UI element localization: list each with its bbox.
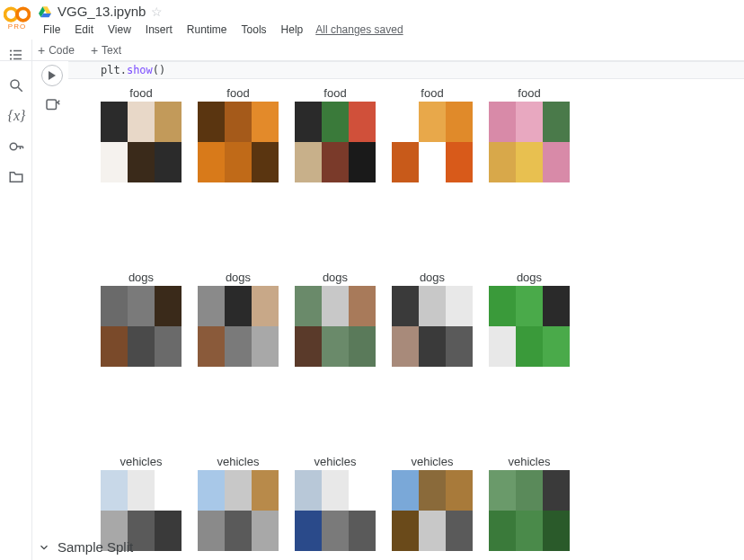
output-image-item: dogs bbox=[295, 271, 376, 367]
svg-point-1 bbox=[17, 8, 30, 21]
svg-rect-31 bbox=[295, 102, 322, 142]
svg-rect-63 bbox=[349, 286, 376, 326]
svg-rect-32 bbox=[322, 102, 349, 142]
menu-help[interactable]: Help bbox=[276, 22, 309, 38]
run-cell-button[interactable] bbox=[41, 65, 63, 86]
svg-rect-102 bbox=[446, 511, 473, 551]
svg-rect-87 bbox=[252, 470, 279, 511]
output-row: foodfoodfoodfoodfood bbox=[101, 86, 744, 182]
svg-rect-70 bbox=[392, 326, 419, 367]
output-image-item: food bbox=[198, 86, 279, 182]
variables-icon[interactable]: {x} bbox=[8, 108, 24, 124]
svg-rect-36 bbox=[349, 142, 376, 182]
output-row: dogsdogsdogsdogsdogs bbox=[101, 271, 744, 367]
svg-rect-72 bbox=[446, 326, 473, 367]
svg-rect-8 bbox=[13, 54, 22, 56]
image-thumbnail bbox=[489, 470, 570, 551]
svg-rect-85 bbox=[198, 470, 225, 511]
star-icon[interactable]: ☆ bbox=[151, 4, 163, 19]
svg-rect-6 bbox=[13, 50, 22, 52]
add-code-label: Code bbox=[49, 44, 75, 57]
svg-rect-105 bbox=[543, 470, 570, 511]
svg-rect-40 bbox=[392, 142, 419, 182]
notebook-title[interactable]: VGG_13.ipynb bbox=[58, 4, 146, 19]
image-thumbnail bbox=[489, 286, 570, 367]
svg-rect-75 bbox=[543, 286, 570, 326]
code-cell[interactable]: plt.show() bbox=[68, 61, 744, 79]
colab-logo[interactable]: PRO bbox=[0, 1, 36, 31]
menu-view[interactable]: View bbox=[102, 22, 137, 38]
svg-point-11 bbox=[11, 80, 19, 88]
svg-marker-17 bbox=[49, 71, 56, 80]
svg-rect-73 bbox=[489, 286, 516, 326]
image-caption: food bbox=[323, 86, 346, 100]
add-code-button[interactable]: + Code bbox=[34, 41, 78, 59]
svg-rect-69 bbox=[446, 286, 473, 326]
image-thumbnail bbox=[198, 470, 279, 551]
output-image-item: food bbox=[392, 86, 473, 182]
svg-rect-101 bbox=[419, 511, 446, 551]
svg-rect-106 bbox=[489, 511, 516, 551]
plus-icon: + bbox=[38, 43, 45, 58]
svg-point-5 bbox=[9, 49, 11, 51]
output-image-item: vehicles bbox=[489, 455, 570, 551]
svg-rect-45 bbox=[543, 102, 570, 142]
menu-insert[interactable]: Insert bbox=[140, 22, 178, 38]
svg-rect-56 bbox=[225, 286, 252, 326]
svg-rect-55 bbox=[198, 286, 225, 326]
section-heading-row[interactable]: Sample Split bbox=[32, 539, 133, 555]
toc-icon[interactable] bbox=[8, 47, 24, 63]
code-token: () bbox=[153, 64, 165, 76]
svg-rect-20 bbox=[128, 102, 155, 142]
svg-rect-66 bbox=[349, 326, 376, 367]
image-thumbnail bbox=[101, 286, 182, 367]
svg-rect-60 bbox=[252, 326, 279, 367]
menu-file[interactable]: File bbox=[38, 22, 66, 38]
svg-rect-91 bbox=[295, 470, 322, 511]
svg-line-12 bbox=[18, 87, 22, 92]
cell-output: foodfoodfoodfoodfooddogsdogsdogsdogsdogs… bbox=[101, 83, 744, 560]
image-caption: vehicles bbox=[120, 455, 163, 468]
image-thumbnail bbox=[295, 102, 376, 182]
svg-rect-48 bbox=[543, 142, 570, 182]
svg-rect-29 bbox=[225, 142, 252, 182]
svg-rect-93 bbox=[349, 470, 376, 511]
svg-rect-98 bbox=[419, 470, 446, 511]
svg-rect-95 bbox=[322, 511, 349, 551]
svg-rect-35 bbox=[322, 142, 349, 182]
menu-edit[interactable]: Edit bbox=[69, 22, 99, 38]
output-image-item: food bbox=[101, 86, 182, 182]
svg-rect-94 bbox=[295, 511, 322, 551]
svg-point-7 bbox=[9, 54, 11, 56]
pro-badge: PRO bbox=[0, 22, 36, 31]
output-image-item: vehicles bbox=[101, 455, 182, 551]
svg-rect-52 bbox=[101, 326, 128, 367]
svg-rect-62 bbox=[322, 286, 349, 326]
svg-rect-18 bbox=[47, 100, 57, 110]
code-token: plt bbox=[101, 64, 120, 76]
svg-rect-64 bbox=[295, 326, 322, 367]
secrets-icon[interactable] bbox=[8, 138, 24, 155]
svg-rect-92 bbox=[322, 470, 349, 511]
files-icon[interactable] bbox=[8, 169, 24, 185]
svg-rect-19 bbox=[101, 102, 128, 142]
plus-icon: + bbox=[91, 43, 98, 58]
svg-rect-77 bbox=[516, 326, 543, 367]
menu-runtime[interactable]: Runtime bbox=[182, 22, 233, 38]
svg-rect-21 bbox=[155, 102, 182, 142]
svg-rect-28 bbox=[198, 142, 225, 182]
svg-rect-81 bbox=[155, 470, 182, 511]
svg-rect-99 bbox=[446, 470, 473, 511]
add-text-button[interactable]: + Text bbox=[87, 41, 125, 59]
svg-rect-59 bbox=[225, 326, 252, 367]
svg-rect-49 bbox=[101, 286, 128, 326]
svg-rect-26 bbox=[225, 102, 252, 142]
menu-tools[interactable]: Tools bbox=[236, 22, 272, 38]
clear-output-button[interactable] bbox=[42, 95, 62, 115]
image-caption: dogs bbox=[323, 271, 348, 284]
save-status[interactable]: All changes saved bbox=[315, 23, 403, 36]
svg-rect-27 bbox=[252, 102, 279, 142]
svg-rect-58 bbox=[198, 326, 225, 367]
search-icon[interactable] bbox=[8, 77, 24, 93]
chevron-down-icon bbox=[38, 541, 50, 554]
